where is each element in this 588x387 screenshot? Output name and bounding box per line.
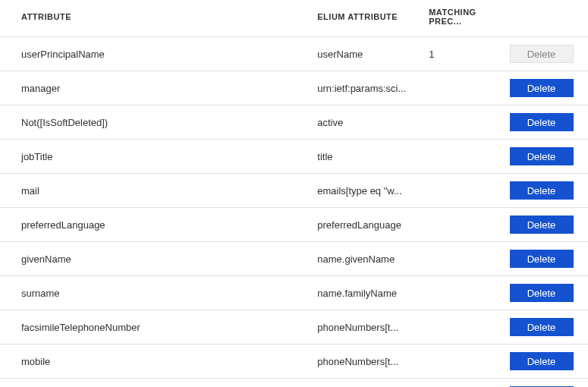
matching-precedence-cell (423, 310, 503, 345)
elium-attribute-cell: emails[type eq "w... (311, 174, 423, 208)
attribute-cell: facsimileTelephoneNumber (0, 310, 311, 345)
header-elium-attribute[interactable]: Elium Attribute (311, 0, 423, 37)
action-cell: Delete (504, 345, 588, 379)
table-row[interactable]: userPrincipalNameuserName1Delete (0, 37, 588, 71)
elium-attribute-cell: phoneNumbers[t... (311, 345, 423, 379)
header-matching-prec[interactable]: Matching prec... (423, 0, 503, 37)
matching-precedence-cell (423, 71, 503, 105)
attribute-cell: jobTitle (0, 140, 311, 174)
action-cell: Delete (504, 208, 588, 242)
attribute-cell: telephoneNumber (0, 379, 311, 388)
table-row[interactable]: surnamename.familyNameDelete (0, 276, 588, 310)
attribute-cell: userPrincipalName (0, 37, 311, 71)
attribute-cell: mobile (0, 345, 311, 379)
attribute-cell: mail (0, 174, 311, 208)
attribute-cell: givenName (0, 242, 311, 276)
table-row[interactable]: mailemails[type eq "w...Delete (0, 174, 588, 208)
action-cell: Delete (504, 140, 588, 174)
attribute-cell: preferredLanguage (0, 208, 311, 242)
action-cell: Delete (504, 379, 588, 388)
matching-precedence-cell (423, 345, 503, 379)
delete-button[interactable]: Delete (510, 147, 574, 165)
attribute-cell: manager (0, 71, 311, 105)
elium-attribute-cell: userName (311, 37, 423, 71)
table-row[interactable]: managerurn:ietf:params:sci...Delete (0, 71, 588, 105)
table-row[interactable]: Not([IsSoftDeleted])activeDelete (0, 105, 588, 140)
elium-attribute-cell: title (311, 140, 423, 174)
action-cell: Delete (504, 71, 588, 105)
elium-attribute-cell: urn:ietf:params:sci... (311, 71, 423, 105)
table-row[interactable]: preferredLanguagepreferredLanguageDelete (0, 208, 588, 242)
action-cell: Delete (504, 242, 588, 276)
delete-button[interactable]: Delete (510, 352, 574, 370)
elium-attribute-cell: active (311, 105, 423, 140)
matching-precedence-cell (423, 208, 503, 242)
table-row[interactable]: givenNamename.givenNameDelete (0, 242, 588, 276)
delete-button[interactable]: Delete (510, 318, 574, 336)
action-cell: Delete (504, 105, 588, 140)
matching-precedence-cell (423, 105, 503, 140)
delete-button[interactable]: Delete (510, 216, 574, 234)
table-row[interactable]: jobTitletitleDelete (0, 140, 588, 174)
matching-precedence-cell: 1 (423, 37, 503, 71)
header-attribute[interactable]: Attribute (0, 0, 311, 37)
table-row[interactable]: telephoneNumberphoneNumbers[t...Delete (0, 379, 588, 388)
matching-precedence-cell (423, 276, 503, 310)
action-cell: Delete (504, 37, 588, 71)
matching-precedence-cell (423, 140, 503, 174)
action-cell: Delete (504, 276, 588, 310)
matching-precedence-cell (423, 174, 503, 208)
delete-button[interactable]: Delete (510, 250, 574, 268)
attribute-mapping-table: Attribute Elium Attribute Matching prec.… (0, 0, 588, 387)
elium-attribute-cell: phoneNumbers[t... (311, 310, 423, 345)
attribute-cell: Not([IsSoftDeleted]) (0, 105, 311, 140)
elium-attribute-cell: name.familyName (311, 276, 423, 310)
delete-button[interactable]: Delete (510, 284, 574, 302)
table-row[interactable]: mobilephoneNumbers[t...Delete (0, 345, 588, 379)
elium-attribute-cell: name.givenName (311, 242, 423, 276)
delete-button[interactable]: Delete (510, 79, 574, 97)
elium-attribute-cell: phoneNumbers[t... (311, 379, 423, 388)
action-cell: Delete (504, 174, 588, 208)
table-row[interactable]: facsimileTelephoneNumberphoneNumbers[t..… (0, 310, 588, 345)
delete-button: Delete (510, 45, 574, 63)
delete-button[interactable]: Delete (510, 113, 574, 131)
matching-precedence-cell (423, 379, 503, 388)
header-action (504, 0, 588, 37)
action-cell: Delete (504, 310, 588, 345)
elium-attribute-cell: preferredLanguage (311, 208, 423, 242)
matching-precedence-cell (423, 242, 503, 276)
delete-button[interactable]: Delete (510, 181, 574, 200)
attribute-cell: surname (0, 276, 311, 310)
